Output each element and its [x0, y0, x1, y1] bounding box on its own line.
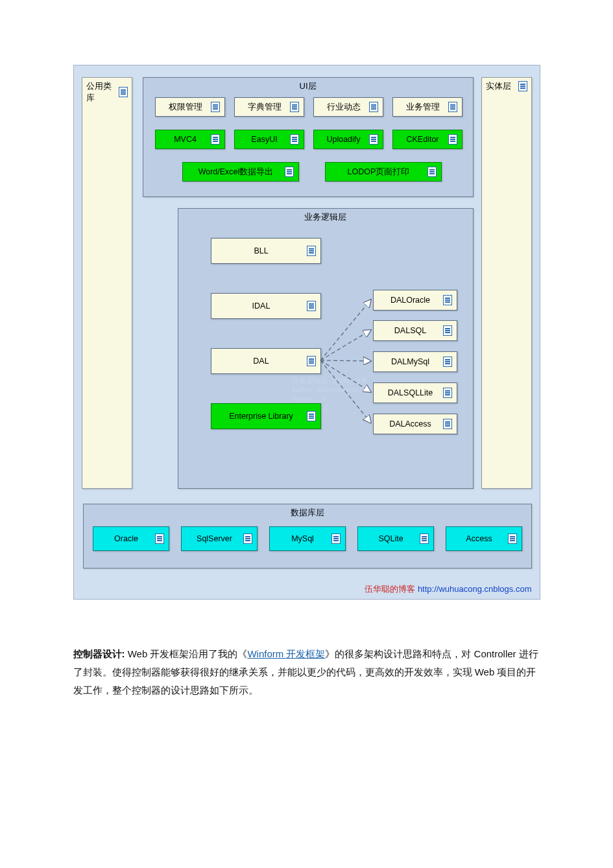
col-common-lib: 公用类库	[82, 77, 132, 489]
document-icon	[307, 411, 316, 421]
box-permission-mgmt: 权限管理	[155, 97, 225, 117]
architecture-diagram: 公用类库 实体层 UI层 权限管理 字典管理 行业动态	[73, 65, 540, 600]
panel-db-layer: 数据库层 Oracle SqlServer MySql SQLite Acces…	[83, 504, 532, 569]
box-dalsql: DALSQL	[373, 320, 457, 341]
document-icon	[243, 534, 252, 544]
document-icon	[211, 102, 220, 112]
document-icon	[285, 167, 294, 177]
document-icon	[448, 134, 457, 145]
panel-title: 数据库层	[84, 504, 531, 520]
box-easyui: EasyUI	[234, 130, 304, 149]
diagram-credit: 伍华聪的博客 http://wuhuacong.cnblogs.com	[365, 583, 531, 595]
box-dalsqlite: DALSQLLite	[373, 382, 457, 403]
panel-title: UI层	[143, 78, 473, 93]
box-ckeditor: CKEditor	[392, 130, 463, 149]
col-label: 公用类库	[86, 80, 119, 104]
document-icon	[443, 295, 452, 305]
svg-line-4	[320, 360, 371, 423]
svg-line-3	[320, 360, 371, 392]
box-access: Access	[446, 526, 522, 551]
para-lead: 控制器设计:	[73, 648, 125, 659]
document-icon	[211, 134, 220, 145]
document-icon	[508, 534, 517, 544]
box-dalaccess: DALAccess	[373, 414, 457, 434]
box-business-mgmt: 业务管理	[392, 97, 463, 117]
box-dal: DAL	[211, 348, 321, 374]
box-daloracle: DALOracle	[373, 290, 457, 311]
box-sqlserver: SqlServer	[181, 526, 258, 551]
document-icon	[443, 419, 452, 429]
link-winform-framework[interactable]: Winform 开发框架	[247, 648, 325, 659]
box-idal: IDAL	[211, 293, 321, 319]
document-icon	[443, 388, 452, 398]
svg-line-0	[320, 299, 371, 360]
document-icon	[290, 134, 299, 145]
document-icon	[307, 356, 316, 366]
panel-title: 业务逻辑层	[178, 209, 473, 224]
box-oracle: Oracle	[93, 526, 169, 551]
document-icon	[290, 102, 299, 112]
box-dict-mgmt: 字典管理	[234, 97, 304, 117]
document-icon	[369, 102, 378, 112]
col-label: 实体层	[486, 80, 511, 92]
document-icon	[518, 81, 527, 91]
document-icon	[420, 534, 429, 544]
box-industry-news: 行业动态	[313, 97, 383, 117]
document-icon	[443, 357, 452, 367]
document-icon	[119, 87, 128, 97]
para-t1: Web 开发框架沿用了我的《	[125, 648, 248, 659]
document-icon	[448, 102, 457, 112]
box-mvc4: MVC4	[155, 130, 225, 149]
box-word-excel-export: Word/Excel数据导出	[182, 162, 299, 182]
credit-url: http://wuhuacong.cnblogs.com	[418, 584, 532, 594]
box-lodop-print: LODOP页面打印	[325, 162, 442, 182]
box-dalmysql: DALMySql	[373, 351, 457, 372]
box-uploadify: Uploadify	[313, 130, 383, 149]
document-icon	[443, 325, 452, 336]
panel-ui-layer: UI层 权限管理 字典管理 行业动态 业务管理 MVC4 EasyUI U	[143, 77, 474, 197]
credit-name: 伍华聪的博客	[365, 584, 415, 594]
document-icon	[427, 167, 437, 177]
box-enterprise-library: Enterprise Library	[211, 403, 321, 429]
col-entity-layer: 实体层	[481, 77, 532, 489]
paragraph-controller-design: 控制器设计: Web 开发框架沿用了我的《Winform 开发框架》的很多架构设…	[73, 645, 540, 699]
box-bll: BLL	[211, 238, 321, 264]
box-sqlite: SQLite	[357, 526, 434, 551]
page: 公用类库 实体层 UI层 权限管理 字典管理 行业动态	[0, 0, 613, 725]
document-icon	[307, 301, 316, 311]
document-icon	[155, 534, 164, 544]
panel-logic-layer: 业务逻辑层 业务逻辑层 : public 边界 Author: Administ…	[178, 208, 474, 489]
svg-line-2	[320, 360, 371, 361]
document-icon	[307, 246, 316, 256]
document-icon	[331, 534, 341, 544]
document-icon	[369, 134, 378, 145]
box-mysql: MySql	[269, 526, 346, 551]
svg-line-1	[320, 330, 371, 360]
